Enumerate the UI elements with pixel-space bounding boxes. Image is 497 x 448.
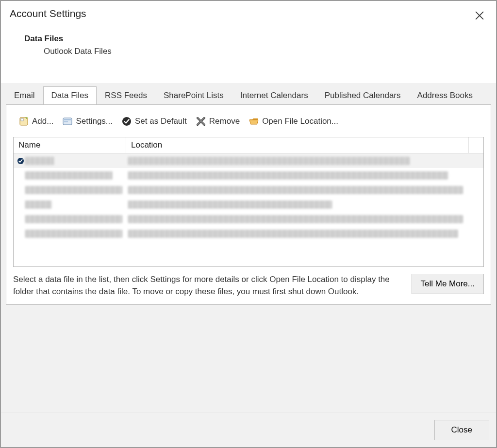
- close-icon: [475, 11, 484, 20]
- close-dialog-button[interactable]: Close: [434, 420, 489, 440]
- table-row[interactable]: [14, 168, 483, 183]
- col-header-end: [469, 137, 483, 153]
- redacted-text: [25, 200, 52, 209]
- delete-x-icon: [196, 116, 206, 127]
- close-button[interactable]: [470, 6, 489, 25]
- redacted-text: [25, 171, 113, 180]
- cell-location: [128, 230, 481, 238]
- set-default-button[interactable]: Set as Default: [119, 115, 189, 128]
- remove-label: Remove: [209, 116, 240, 126]
- cell-name: [25, 230, 128, 238]
- folder-open-icon: [248, 116, 259, 127]
- redacted-text: [25, 230, 122, 238]
- dialog-body: Email Data Files RSS Feeds SharePoint Li…: [1, 83, 496, 359]
- dialog-header: Account Settings Data Files Outlook Data…: [1, 1, 496, 56]
- redacted-text: [25, 186, 122, 194]
- settings-icon: [62, 116, 73, 127]
- redacted-text: [128, 200, 332, 209]
- table-row[interactable]: [14, 212, 483, 226]
- default-indicator: [16, 157, 25, 165]
- cell-location: [128, 157, 481, 165]
- tab-rss-feeds[interactable]: RSS Feeds: [97, 86, 155, 104]
- redacted-text: [128, 171, 448, 180]
- dialog-title: Account Settings: [10, 8, 487, 19]
- redacted-text: [128, 230, 458, 238]
- cell-location: [128, 200, 481, 209]
- cell-name: [25, 171, 128, 180]
- cell-location: [128, 215, 481, 223]
- cell-location: [128, 171, 481, 180]
- tab-panel-data-files: Add... Settings...: [6, 104, 491, 305]
- tab-address-books[interactable]: Address Books: [409, 86, 481, 104]
- tabs-bar: Email Data Files RSS Feeds SharePoint Li…: [6, 83, 491, 104]
- open-file-location-label: Open File Location...: [262, 116, 338, 126]
- check-circle-icon: [17, 157, 24, 165]
- content-spacer: [1, 359, 496, 413]
- tab-internet-calendars[interactable]: Internet Calendars: [232, 86, 316, 104]
- svg-rect-6: [64, 121, 68, 122]
- table-header: Name Location: [14, 137, 483, 153]
- cell-name: [25, 215, 128, 223]
- tab-email[interactable]: Email: [6, 86, 43, 104]
- cell-name: [25, 157, 128, 165]
- tab-data-files[interactable]: Data Files: [43, 86, 97, 104]
- cell-name: [25, 186, 128, 194]
- table-row[interactable]: [14, 183, 483, 197]
- add-label: Add...: [32, 116, 53, 126]
- add-icon: [18, 116, 29, 127]
- open-file-location-button[interactable]: Open File Location...: [246, 115, 341, 128]
- svg-rect-3: [21, 118, 23, 121]
- settings-button[interactable]: Settings...: [60, 115, 115, 128]
- account-settings-dialog: Account Settings Data Files Outlook Data…: [0, 0, 497, 448]
- table-row[interactable]: [14, 226, 483, 241]
- redacted-text: [128, 157, 410, 165]
- table-row[interactable]: [14, 197, 483, 212]
- settings-label: Settings...: [76, 116, 113, 126]
- set-default-label: Set as Default: [135, 116, 187, 126]
- remove-button[interactable]: Remove: [193, 115, 242, 128]
- data-files-table: Name Location: [13, 137, 484, 267]
- toolbar: Add... Settings...: [13, 115, 484, 128]
- cell-name: [25, 200, 128, 209]
- redacted-text: [25, 215, 122, 223]
- help-text: Select a data file in the list, then cli…: [13, 274, 402, 298]
- tab-published-calendars[interactable]: Published Calendars: [316, 86, 409, 104]
- tab-sharepoint-lists[interactable]: SharePoint Lists: [155, 86, 232, 104]
- table-row[interactable]: [14, 153, 483, 168]
- redacted-text: [25, 157, 54, 165]
- section-heading: Data Files: [24, 34, 487, 44]
- section-subheading: Outlook Data Files: [44, 47, 487, 56]
- table-body: [14, 153, 483, 241]
- svg-rect-5: [64, 119, 71, 120]
- col-header-name[interactable]: Name: [14, 137, 126, 153]
- check-circle-icon: [121, 116, 132, 127]
- redacted-text: [128, 186, 463, 194]
- tell-me-more-button[interactable]: Tell Me More...: [412, 274, 484, 294]
- redacted-text: [128, 215, 463, 223]
- col-header-location[interactable]: Location: [126, 137, 469, 153]
- dialog-footer: Close: [1, 413, 496, 447]
- add-button[interactable]: Add...: [16, 115, 56, 128]
- help-row: Select a data file in the list, then cli…: [13, 274, 484, 298]
- cell-location: [128, 186, 481, 194]
